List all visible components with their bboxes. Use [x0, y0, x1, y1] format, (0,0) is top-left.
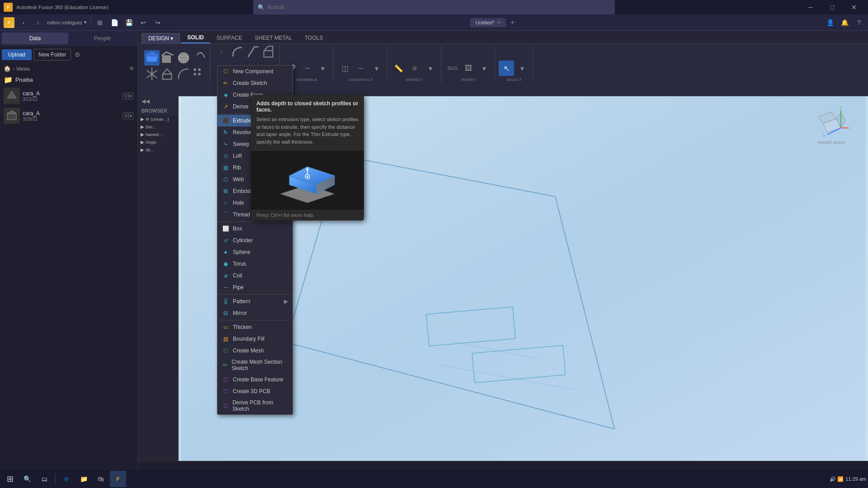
tab-close-icon[interactable]: ✕ [497, 20, 500, 25]
browser-collapse[interactable]: ◀◀ [141, 97, 151, 105]
browser-item-1[interactable]: ▶ Doc… [138, 123, 178, 131]
upload-button[interactable]: Upload [2, 49, 32, 60]
insert-more[interactable]: ▾ [476, 61, 492, 76]
undo-icon[interactable]: ↩ [138, 17, 149, 28]
taskbar-fusion[interactable]: F [110, 471, 126, 487]
sweep-icon: ⤷ [222, 141, 229, 148]
menu-create-sketch[interactable]: ✏ Create Sketch [217, 77, 292, 89]
back-button[interactable]: ‹ [18, 17, 29, 28]
browser-item-0[interactable]: ▶ ⚙ (Unsav…) [138, 115, 178, 123]
menu-sphere[interactable]: ● Sphere [217, 246, 292, 258]
notification-icon[interactable]: 🔔 [839, 17, 850, 28]
pattern-label: Pattern [233, 298, 250, 305]
profile-icon[interactable]: 👤 [825, 17, 835, 28]
taskbar-search[interactable]: 🔍 [19, 471, 35, 487]
modify-press-pull[interactable]: ↕ [214, 44, 229, 60]
workspace-tab-design[interactable]: DESIGN ▾ [142, 33, 180, 43]
taskbar-store[interactable]: 🛍 [93, 471, 109, 487]
grid-icon[interactable]: ⊞ [94, 17, 105, 28]
menu-box[interactable]: ⬜ Box [217, 223, 292, 235]
prueba-folder[interactable]: 📁 Prueba [0, 74, 137, 86]
tool-revolve[interactable] [192, 50, 207, 66]
construct-axis[interactable]: ─ [353, 61, 368, 76]
menu-coil[interactable]: ⌀ Coil [217, 270, 292, 282]
browser-header[interactable]: BROWSER [138, 106, 178, 115]
user-info[interactable]: milton rodriguez ▾ [47, 19, 87, 25]
inspect-measure[interactable]: 📏 [391, 61, 406, 76]
cylinder-label: Cylinder [233, 237, 253, 244]
menu-create-mesh[interactable]: ⬡ Create Mesh [217, 345, 292, 357]
loft-label: Loft [233, 153, 242, 159]
menu-divider-4 [217, 320, 292, 320]
inspect-section[interactable]: ⧉ [407, 61, 422, 76]
menu-cylinder[interactable]: ⌭ Cylinder [217, 235, 292, 246]
construct-plane[interactable]: ◫ [337, 61, 353, 76]
browser-item-4[interactable]: ▶ Sk… [138, 146, 178, 154]
workspace-tab-tools[interactable]: TOOLS [298, 33, 329, 43]
tool-extrude[interactable] [160, 66, 175, 82]
modify-chamfer[interactable] [245, 44, 261, 60]
untitled-tab[interactable]: Untitled* ✕ [470, 18, 506, 27]
design-btn-label: DESIGN ▾ [148, 35, 173, 42]
menu-create-mesh-section[interactable]: ✏ Create Mesh Section Sketch [217, 357, 292, 374]
tool-fillet[interactable] [176, 66, 191, 82]
tool-select[interactable] [144, 50, 160, 66]
insert-svg[interactable]: SVG [445, 61, 460, 76]
people-tab[interactable]: People [69, 33, 136, 44]
menu-boundary-fill[interactable]: ▨ Boundary Fill [217, 333, 292, 345]
menu-pattern[interactable]: ⣿ Pattern ▶ [217, 296, 292, 307]
search-input[interactable] [268, 4, 610, 10]
modify-shell[interactable] [261, 44, 277, 60]
taskbar-explorer[interactable]: 📁 [75, 471, 92, 487]
browser-item-3[interactable]: ▶ Origin [138, 138, 178, 146]
tool-pattern[interactable] [192, 66, 207, 82]
file-item-0[interactable]: cara_A 3/22/21 V1▾ [0, 86, 137, 106]
tool-group-main [142, 46, 210, 83]
menu-new-component[interactable]: ⬡ New Component [217, 66, 292, 77]
menu-pipe[interactable]: ─ Pipe [217, 282, 292, 293]
select-cursor[interactable]: ↖ [499, 61, 514, 76]
select-more[interactable]: ▾ [514, 61, 530, 76]
menu-derive-pcb[interactable]: ⬡ Derive PCB from Sketch [217, 397, 292, 414]
maximize-button[interactable]: □ [822, 0, 843, 14]
forward-button[interactable]: › [33, 17, 43, 28]
help-icon[interactable]: ? [854, 17, 864, 28]
menu-torus[interactable]: ◉ Torus [217, 258, 292, 270]
construct-more[interactable]: ▾ [369, 61, 384, 76]
redo-icon[interactable]: ↪ [152, 17, 163, 28]
modify-fillet[interactable] [230, 44, 245, 60]
home-icon[interactable]: 🏠 [4, 65, 11, 72]
browser-item-2[interactable]: ▶ Named… [138, 131, 178, 138]
insert-image[interactable]: 🖼 [461, 61, 476, 76]
panel-settings-button[interactable]: ⚙ [73, 49, 82, 60]
workspace-tab-sheetmetal[interactable]: SHEET METAL [249, 33, 298, 43]
tool-row-main [144, 50, 207, 66]
menu-create-3d-pcb[interactable]: ⬡ Create 3D PCB [217, 385, 292, 397]
menu-create-base-feature[interactable]: ⬡ Create Base Feature [217, 374, 292, 385]
workspace-tab-surface[interactable]: SURFACE [210, 33, 249, 43]
menu-thicken[interactable]: ▭ Thicken [217, 321, 292, 333]
inspect-more[interactable]: ▾ [423, 61, 438, 76]
tool-box[interactable] [160, 50, 175, 66]
file-icon[interactable]: 📄 [109, 17, 120, 28]
assemble-rigid[interactable]: ⊸ [299, 61, 315, 76]
user-name: milton rodriguez [47, 20, 82, 25]
minimize-button[interactable]: ─ [800, 0, 821, 14]
tool-sphere[interactable] [176, 50, 191, 66]
assemble-more[interactable]: ▾ [315, 61, 330, 76]
menu-mirror[interactable]: ⊟ Mirror [217, 307, 292, 319]
file-item-1[interactable]: cara_A 3/28/21 V2▾ [0, 106, 137, 126]
add-tab-button[interactable]: + [507, 17, 518, 28]
taskbar-taskview[interactable]: 🗂 [36, 471, 52, 487]
workspace-tab-solid[interactable]: SOLID [181, 33, 210, 43]
windows-start[interactable]: ⊞ [2, 471, 18, 487]
tool-mirror[interactable] [144, 66, 160, 82]
tooltip-footer: Press Ctrl+/ for more help. [251, 210, 364, 221]
new-folder-button[interactable]: New Folder [33, 49, 71, 61]
data-tab[interactable]: Data [2, 33, 68, 44]
save-icon[interactable]: 💾 [123, 17, 134, 28]
settings-breadcrumb-icon[interactable]: ⚙ [129, 66, 134, 71]
close-button[interactable]: ✕ [844, 0, 864, 14]
taskbar-edge[interactable]: e [58, 471, 75, 487]
axis-svg: X Z Y [814, 105, 850, 141]
